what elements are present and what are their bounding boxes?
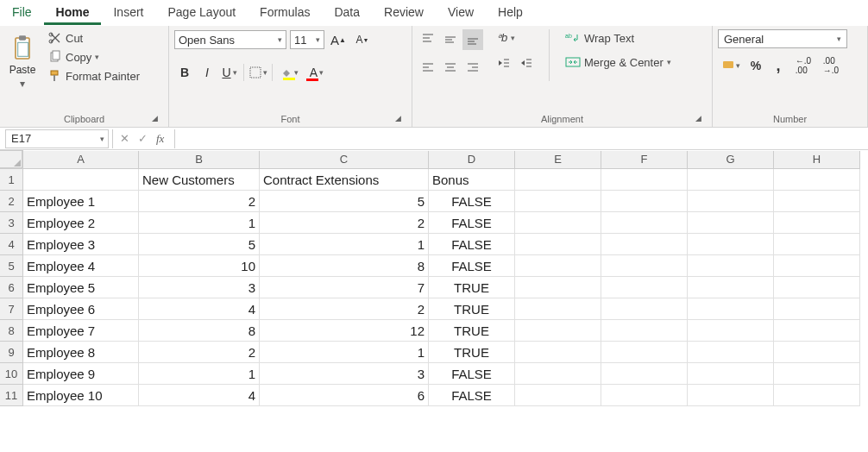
dialog-launcher-icon[interactable]: ◢	[692, 112, 704, 124]
font-color-button[interactable]: A▾	[304, 62, 330, 83]
name-box[interactable]: E17 ▾	[5, 129, 109, 148]
row-header[interactable]: 10	[0, 363, 23, 385]
cell[interactable]: Employee 4	[23, 255, 139, 277]
cell[interactable]: 3	[260, 363, 429, 385]
cell[interactable]	[774, 342, 860, 363]
cell[interactable]: 4	[139, 385, 260, 406]
cell[interactable]	[688, 191, 774, 212]
cell[interactable]	[774, 320, 860, 342]
cell[interactable]: Employee 7	[23, 320, 139, 342]
cell[interactable]: 2	[260, 298, 429, 320]
cell[interactable]	[601, 342, 688, 363]
dialog-launcher-icon[interactable]: ◢	[148, 112, 160, 124]
enter-formula-icon[interactable]: ✓	[138, 132, 148, 145]
cell[interactable]: FALSE	[429, 234, 515, 255]
wrap-text-button[interactable]: ab Wrap Text	[562, 29, 675, 47]
column-header[interactable]: F	[601, 151, 688, 169]
bold-button[interactable]: B	[174, 62, 195, 83]
cell[interactable]: Employee 2	[23, 212, 139, 234]
cell[interactable]	[515, 298, 601, 320]
cell[interactable]: Employee 10	[23, 385, 139, 406]
cell[interactable]: 8	[260, 255, 429, 277]
orientation-button[interactable]: ᵃb▾	[494, 29, 537, 46]
number-format-select[interactable]: General ▾	[718, 29, 847, 48]
cell[interactable]: Employee 3	[23, 234, 139, 255]
cell[interactable]	[515, 191, 601, 212]
cell[interactable]: FALSE	[429, 363, 515, 385]
percent-button[interactable]: %	[745, 55, 766, 76]
cell[interactable]: TRUE	[429, 320, 515, 342]
row-header[interactable]: 6	[0, 277, 23, 298]
cell[interactable]: FALSE	[429, 255, 515, 277]
cell[interactable]: 1	[260, 234, 429, 255]
column-header[interactable]: C	[260, 151, 429, 169]
cell[interactable]	[688, 169, 774, 191]
cell[interactable]	[515, 255, 601, 277]
cell[interactable]: 10	[139, 255, 260, 277]
cell[interactable]: 5	[139, 234, 260, 255]
italic-button[interactable]: I	[197, 62, 217, 83]
row-header[interactable]: 1	[0, 169, 23, 191]
row-header[interactable]: 4	[0, 234, 23, 255]
cell[interactable]	[688, 363, 774, 385]
align-left-button[interactable]	[418, 57, 438, 78]
decrease-indent-button[interactable]	[494, 53, 514, 73]
column-header[interactable]: G	[688, 151, 774, 169]
cell[interactable]	[515, 363, 601, 385]
cell[interactable]: FALSE	[429, 385, 515, 406]
cell[interactable]: 4	[139, 298, 260, 320]
cell[interactable]	[688, 342, 774, 363]
menu-review[interactable]: Review	[372, 0, 436, 25]
font-size-select[interactable]: 11 ▾	[290, 30, 324, 49]
dialog-launcher-icon[interactable]: ◢	[392, 112, 404, 124]
cell[interactable]	[688, 298, 774, 320]
cell[interactable]	[601, 212, 688, 234]
cell[interactable]: 1	[139, 363, 260, 385]
paste-button[interactable]: Paste ▾	[5, 29, 40, 93]
cell[interactable]: Employee 6	[23, 298, 139, 320]
cell[interactable]: TRUE	[429, 277, 515, 298]
menu-formulas[interactable]: Formulas	[248, 0, 322, 25]
cell[interactable]	[601, 191, 688, 212]
cell[interactable]: Employee 1	[23, 191, 139, 212]
cell[interactable]	[23, 169, 139, 191]
cut-button[interactable]: Cut	[45, 29, 143, 47]
cell[interactable]	[688, 320, 774, 342]
row-header[interactable]: 8	[0, 320, 23, 342]
align-right-button[interactable]	[462, 57, 483, 78]
cell[interactable]: Bonus	[429, 169, 515, 191]
cell[interactable]: 6	[260, 385, 429, 406]
cell[interactable]	[601, 169, 688, 191]
cell[interactable]	[774, 212, 860, 234]
row-header[interactable]: 7	[0, 298, 23, 320]
column-header[interactable]: B	[139, 151, 260, 169]
cell[interactable]	[688, 385, 774, 406]
cell[interactable]: 3	[139, 277, 260, 298]
row-header[interactable]: 5	[0, 255, 23, 277]
increase-decimal-button[interactable]: ←.0.00	[790, 55, 816, 76]
row-header[interactable]: 9	[0, 342, 23, 363]
cell[interactable]: 8	[139, 320, 260, 342]
cell[interactable]	[774, 298, 860, 320]
cell[interactable]	[688, 234, 774, 255]
cell[interactable]	[515, 277, 601, 298]
cell[interactable]: Employee 5	[23, 277, 139, 298]
cell[interactable]	[601, 363, 688, 385]
cell[interactable]: New Customers	[139, 169, 260, 191]
format-painter-button[interactable]: Format Painter	[45, 67, 143, 85]
menu-view[interactable]: View	[436, 0, 486, 25]
cell[interactable]	[774, 385, 860, 406]
cell[interactable]: 1	[260, 342, 429, 363]
cell[interactable]: TRUE	[429, 298, 515, 320]
cell[interactable]	[774, 363, 860, 385]
column-header[interactable]: E	[515, 151, 601, 169]
cell[interactable]	[601, 320, 688, 342]
select-all-corner[interactable]	[0, 151, 22, 168]
cell[interactable]	[601, 298, 688, 320]
formula-input[interactable]	[174, 129, 868, 148]
menu-help[interactable]: Help	[486, 0, 535, 25]
cell[interactable]: 2	[139, 342, 260, 363]
align-middle-button[interactable]	[440, 29, 461, 50]
cell[interactable]	[601, 255, 688, 277]
cell[interactable]	[774, 169, 860, 191]
